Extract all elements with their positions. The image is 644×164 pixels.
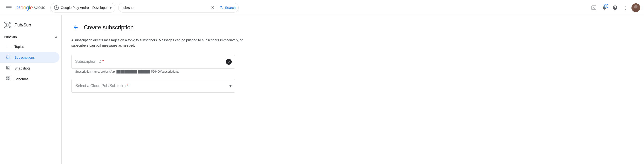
sidebar-item-schemas[interactable]: Schemas: [0, 74, 60, 84]
svg-rect-1: [6, 7, 12, 8]
sidebar-item-label: Subscriptions: [14, 56, 35, 59]
svg-line-20: [9, 23, 10, 24]
topic-select-label: Select a Cloud Pub/Sub topic *: [76, 84, 128, 88]
terminal-button[interactable]: [589, 3, 599, 12]
back-button[interactable]: [71, 23, 80, 32]
project-name: Google Play Android Developer: [61, 6, 108, 10]
more-icon: ⋮: [623, 5, 628, 10]
search-icon: [219, 5, 224, 10]
svg-rect-0: [6, 6, 12, 6]
project-icon: [54, 5, 59, 10]
svg-point-4: [56, 7, 57, 8]
subscription-id-help-icon[interactable]: ?: [226, 59, 232, 65]
terminal-icon: [591, 5, 596, 10]
search-bar: ✕ Search: [118, 3, 239, 12]
page-header: Create subscription: [71, 23, 634, 32]
project-selector[interactable]: Google Play Android Developer ▾: [50, 3, 115, 12]
sidebar-header: Pub/Sub: [0, 17, 62, 31]
section-chevron-icon: ∧: [55, 35, 58, 39]
header-actions: 1 ⋮: [589, 3, 640, 12]
topics-icon: [6, 43, 10, 49]
sidebar-item-label: Snapshots: [14, 66, 30, 70]
search-button[interactable]: Search: [216, 5, 236, 10]
schemas-icon: [6, 76, 10, 82]
google-cloud-logo[interactable]: Google Cloud: [16, 4, 46, 11]
notification-badge: 1: [604, 4, 608, 8]
pubsub-logo-icon: [4, 21, 12, 29]
svg-point-14: [6, 24, 9, 26]
snapshots-icon: [6, 65, 10, 71]
search-label: Search: [225, 6, 236, 10]
topic-required-star: *: [127, 84, 128, 88]
project-chevron-icon: ▾: [110, 5, 112, 10]
help-icon: [612, 5, 618, 10]
sidebar-item-label: Schemas: [14, 77, 28, 81]
avatar[interactable]: [632, 3, 640, 12]
search-input[interactable]: [122, 6, 209, 10]
topic-select[interactable]: Select a Cloud Pub/Sub topic *: [71, 79, 235, 93]
svg-line-21: [6, 26, 6, 27]
subscriptions-icon: [6, 54, 10, 60]
avatar-image: [632, 3, 640, 12]
help-button[interactable]: [610, 3, 620, 12]
sidebar-item-topics[interactable]: Topics: [0, 41, 60, 52]
sidebar-item-snapshots[interactable]: Snapshots: [0, 63, 60, 74]
sidebar-section-pubsub: Pub/Sub ∧ Topics Subscriptions: [0, 31, 62, 86]
subscription-id-input[interactable]: [71, 55, 235, 69]
page-description: A subscription directs messages on a top…: [71, 37, 245, 48]
main-content: Create subscription A subscription direc…: [62, 15, 644, 164]
subscription-id-container: Subscription ID * ?: [71, 55, 235, 69]
svg-point-12: [634, 5, 638, 8]
subscription-id-group: Subscription ID * ? Subscription name: p…: [71, 55, 634, 74]
search-clear-icon[interactable]: ✕: [211, 5, 214, 10]
svg-line-19: [6, 23, 6, 24]
menu-icon[interactable]: [4, 3, 14, 12]
svg-rect-9: [592, 5, 596, 10]
topic-select-container: Select a Cloud Pub/Sub topic * ▾: [71, 79, 235, 93]
back-arrow-icon: [73, 24, 78, 30]
sidebar-item-label: Topics: [14, 45, 24, 49]
svg-line-22: [9, 26, 10, 27]
topic-group: Select a Cloud Pub/Sub topic * ▾: [71, 79, 634, 93]
subscription-id-hint: Subscription name: projects/api-████████…: [71, 69, 634, 74]
sidebar-item-subscriptions[interactable]: Subscriptions: [0, 52, 60, 63]
header: Google Cloud Google Play Android Develop…: [0, 0, 644, 15]
sidebar-section-label: Pub/Sub: [4, 35, 17, 39]
main-layout: Pub/Sub Pub/Sub ∧ Topics: [0, 15, 644, 164]
page-title: Create subscription: [84, 24, 134, 31]
sidebar-section-header[interactable]: Pub/Sub ∧: [0, 33, 62, 41]
svg-rect-2: [6, 9, 12, 9]
notification-button[interactable]: 1: [600, 3, 609, 12]
sidebar-title: Pub/Sub: [14, 23, 31, 28]
sidebar: Pub/Sub Pub/Sub ∧ Topics: [0, 15, 62, 164]
more-button[interactable]: ⋮: [621, 3, 630, 12]
